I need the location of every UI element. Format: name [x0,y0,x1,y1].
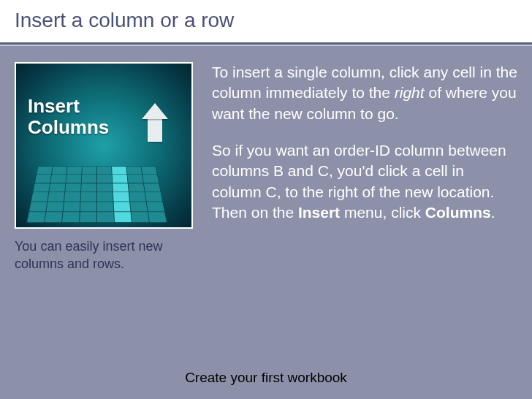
footer-text: Create your first workbook [0,370,532,386]
insert-columns-illustration: Insert Columns [15,62,193,229]
text-run: menu, click [340,204,425,221]
spreadsheet-grid-icon [26,166,167,223]
text-run-italic: right [395,84,425,101]
left-column: Insert Columns You can easily insert new… [15,62,199,273]
text-run-bold: Insert [298,204,340,221]
paragraph-1: To insert a single column, click any cel… [212,62,517,124]
illustration-label: Insert Columns [28,96,109,137]
paragraph-2: So if you want an order-ID column betwee… [212,140,517,223]
text-run-bold: Columns [425,204,491,221]
illustration-label-line1: Insert [28,95,80,117]
title-bar: Insert a column or a row [0,0,532,42]
body-text: To insert a single column, click any cel… [212,62,517,273]
illustration-label-line2: Columns [28,116,109,138]
content-area: Insert Columns You can easily insert new… [0,46,532,273]
slide-title: Insert a column or a row [15,9,517,32]
up-arrow-icon [142,103,168,142]
text-run: . [491,204,495,221]
image-caption: You can easily insert new columns and ro… [15,238,199,273]
